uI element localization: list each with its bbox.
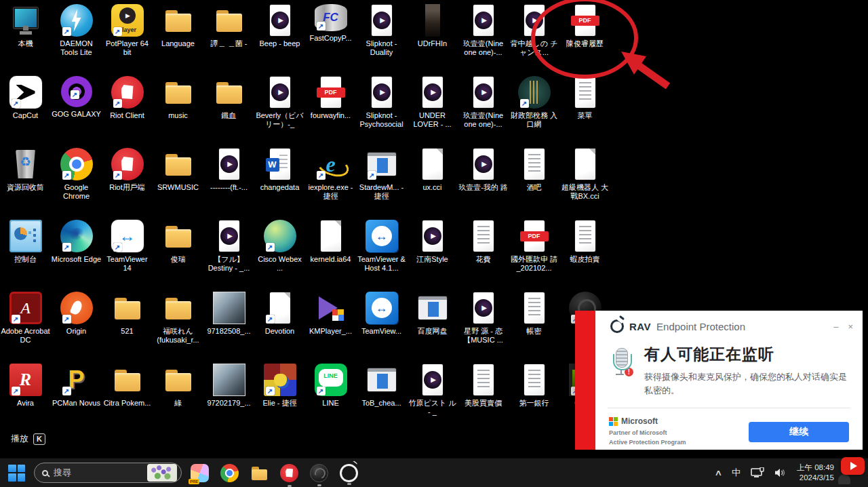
desktop-icon[interactable]: 江南Style — [407, 220, 458, 264]
video-play-overlay: 播放 K — [11, 433, 45, 445]
desktop-icon[interactable]: Wchangedata — [254, 148, 305, 192]
desktop-icon[interactable]: 綠 — [153, 364, 203, 408]
desktop-icon[interactable]: 美股買賣價 — [458, 364, 509, 408]
desktop-icon[interactable]: Slipknot - Duality — [356, 4, 407, 57]
desktop-icon[interactable]: Slipknot - Psychosocial — [356, 76, 407, 129]
desktop-icon[interactable]: UNDER LOVER - ... — [407, 76, 458, 129]
desktop-icon[interactable]: 第一銀行 — [509, 364, 559, 408]
desktop-icon[interactable]: 譚＿ ＿菌 - — [203, 4, 254, 48]
taskbar-app-rav[interactable] — [340, 464, 358, 482]
photo-icon — [213, 292, 245, 324]
desktop-icon[interactable]: Google Chrome — [51, 148, 102, 201]
desktop-icon-label: Google Chrome — [51, 183, 102, 201]
desktop-icon[interactable]: PlayerPotPlayer 64 bit — [102, 4, 153, 57]
desktop-icon[interactable]: eiexplore.exe - 捷徑 — [305, 148, 356, 201]
desktop-icon[interactable]: 背中越しの チャンス... — [509, 4, 559, 57]
minimize-button[interactable]: – — [833, 322, 838, 331]
desktop-icon[interactable]: 鐵血 — [203, 76, 254, 120]
desktop-icon-label: 97202179_... — [207, 399, 250, 408]
taskbar-app-riot[interactable] — [280, 464, 298, 482]
media-icon — [264, 4, 296, 37]
shortcut-arrow-icon — [113, 99, 122, 108]
desktop-icon[interactable]: 【フル】 Destiny - _... — [203, 220, 254, 273]
desktop-icon-label: DAEMON Tools Lite — [51, 39, 102, 57]
desktop-icon[interactable]: CapCut — [0, 76, 51, 120]
desktop-icon[interactable]: 花費 — [458, 220, 509, 264]
desktop-icon[interactable]: 玖壹壹-我的 路 — [458, 148, 509, 192]
taskbar-app-chrome[interactable] — [220, 464, 239, 482]
desktop-icon-label: 竹原ピスト ル - _ — [407, 399, 458, 416]
folder-icon — [213, 4, 245, 37]
desktop-icon[interactable]: 酒吧 — [509, 148, 559, 192]
desktop-icon[interactable]: GOG GALAXY — [51, 76, 102, 119]
rav-logo-icon — [610, 319, 624, 333]
desktop-icon[interactable]: LINELINE — [305, 364, 356, 408]
desktop-icon[interactable]: --------(ft.-... — [203, 148, 254, 192]
desktop-icon[interactable]: PDF國外匯款申 請_202102... — [509, 220, 559, 273]
desktop-icon[interactable]: Beep - beep — [254, 4, 305, 48]
desktop-icon[interactable]: Riot Client — [102, 76, 153, 120]
desktop-icon[interactable]: AAdobe Acrobat DC — [0, 292, 51, 345]
desktop-icon[interactable]: FCFastCopyP... — [305, 4, 356, 43]
desktop-icon[interactable]: ToB_chea... — [356, 364, 407, 408]
desktop-icon[interactable]: ↔TeamViewer 14 — [102, 220, 153, 273]
desktop-icon[interactable]: 控制台 — [0, 220, 51, 264]
taskbar-app-photos-pre[interactable]: PRE — [191, 464, 209, 482]
desktop-icon[interactable]: 521 — [102, 292, 153, 336]
desktop-icon[interactable]: 玖壹壹(Nine one one)-... — [458, 76, 509, 129]
desktop-icon[interactable]: ↔TeamView... — [356, 292, 407, 336]
desktop-icon[interactable]: kerneld.ia64 — [305, 220, 356, 264]
desktop-icon[interactable]: Elie - 捷徑 — [254, 364, 305, 408]
desktop-icon[interactable]: 本機 — [0, 4, 51, 48]
continue-button[interactable]: 继续 — [749, 422, 849, 442]
desktop-icon[interactable]: Microsoft Edge — [51, 220, 102, 264]
adobe-icon: A — [9, 292, 42, 324]
desktop-icon[interactable]: 資源回收筒 — [0, 148, 51, 192]
desktop-icon[interactable]: PDFfourwayfin... — [305, 76, 356, 120]
desktop-icon[interactable]: music — [153, 76, 203, 120]
taskbar-app-obs[interactable] — [310, 464, 328, 482]
desktop-icon[interactable]: StardewM... - 捷徑 — [356, 148, 407, 201]
desktop-icon[interactable]: Language — [153, 4, 203, 48]
desktop-icon-label: Avira — [17, 399, 34, 408]
desktop-icon[interactable]: Devotion — [254, 292, 305, 336]
desktop-icon[interactable]: 超級機器人 大戰BX.cci — [559, 148, 610, 201]
desktop-icon[interactable]: Beverly（ビバリー）-_ — [254, 76, 305, 129]
ime-indicator[interactable]: 中 — [732, 467, 741, 479]
desktop-icon[interactable]: 百度网盘 — [407, 292, 458, 336]
desktop-icon[interactable]: 菜單 — [559, 76, 610, 120]
desktop-icon[interactable]: UDrFHIn — [407, 4, 458, 48]
desktop-icon[interactable]: PDF陳俊睿履歷 — [559, 4, 610, 48]
desktop-icon[interactable]: 竹原ピスト ル - _ — [407, 364, 458, 416]
close-button[interactable]: × — [848, 322, 853, 331]
desktop-icon[interactable]: KMPlayer_... — [305, 292, 356, 336]
desktop-icon[interactable]: 福咲れん (fukusaki_r... — [153, 292, 203, 345]
desktop-icon[interactable]: SRWMUSIC — [153, 148, 203, 192]
desktop-icon[interactable]: 財政部稅務 入口網 — [509, 76, 559, 129]
desktop-icon[interactable]: Citra Pokem... — [102, 364, 153, 408]
start-button[interactable] — [8, 465, 25, 482]
desktop-icon[interactable]: RAvira — [0, 364, 51, 408]
desktop-icon[interactable]: 星野 源 - 恋 【MUSIC ... — [458, 292, 509, 345]
desktop-icon[interactable]: DAEMON Tools Lite — [51, 4, 102, 57]
desktop-icon[interactable]: 97182508_... — [203, 292, 254, 336]
desktop-icon[interactable]: 帳密 — [509, 292, 559, 336]
desktop-icon[interactable]: Origin — [51, 292, 102, 336]
desktop-icon[interactable]: ↔TeamViewer & Host 4.1... — [356, 220, 407, 273]
desktop-icon[interactable]: 玖壹壹(Nine one one)-... — [458, 4, 509, 57]
search-box[interactable]: 搜尋 — [34, 463, 182, 483]
desktop-icon[interactable]: 蝦皮拍賣 — [559, 220, 610, 264]
desktop-icon-label: SRWMUSIC — [157, 183, 199, 192]
desktop-icon[interactable]: PPCMan Novus — [51, 364, 102, 408]
tray-overflow-chevron-icon[interactable]: ∧ — [714, 468, 722, 478]
desktop-icon[interactable]: ux.cci — [407, 148, 458, 192]
desktop-icon[interactable]: 俊瑞 — [153, 220, 203, 264]
network-icon[interactable] — [751, 467, 764, 478]
taskbar-clock[interactable]: 上午 08:49 2024/3/15 — [797, 463, 834, 483]
desktop-icon[interactable]: Cisco Webex ... — [254, 220, 305, 273]
search-placeholder: 搜尋 — [54, 467, 71, 479]
desktop-icon[interactable]: 97202179_... — [203, 364, 254, 408]
desktop-icon[interactable]: Riot用戶端 — [102, 148, 153, 192]
taskbar-app-explorer[interactable] — [250, 464, 269, 482]
volume-icon[interactable] — [774, 467, 787, 478]
